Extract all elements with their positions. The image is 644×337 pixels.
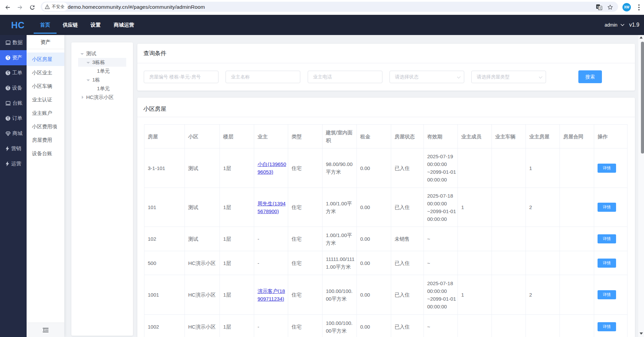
- svg-text:文: 文: [599, 6, 602, 10]
